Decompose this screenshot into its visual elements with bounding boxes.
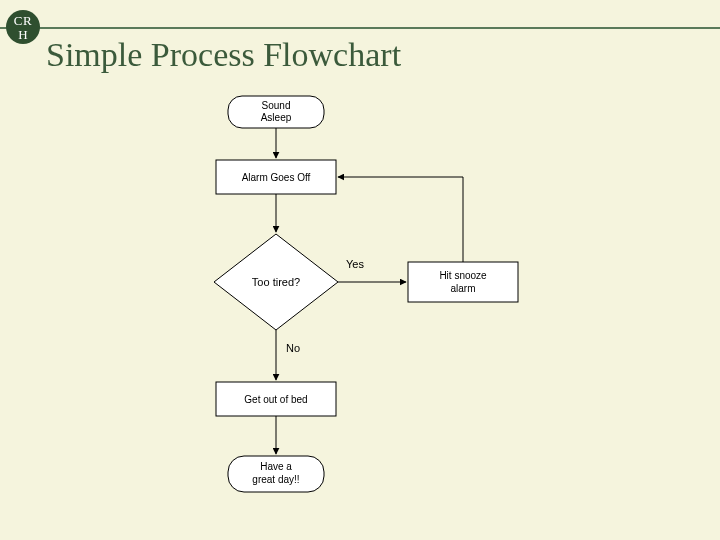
node-end-line2: great day!! [252,474,299,485]
node-end: Have a great day!! [228,456,324,492]
edge-label-no: No [286,342,300,354]
node-tired-label: Too tired? [252,276,300,288]
edge-label-yes: Yes [346,258,364,270]
edge-snooze-alarm [338,177,463,262]
node-snooze-line1: Hit snooze [439,270,487,281]
node-end-line1: Have a [260,461,292,472]
node-start-line2: Asleep [261,112,292,123]
svg-rect-3 [408,262,518,302]
node-snooze-line2: alarm [450,283,475,294]
node-getup: Get out of bed [216,382,336,416]
node-start: Sound Asleep [228,96,324,128]
node-snooze: Hit snooze alarm [408,262,518,302]
flowchart: Sound Asleep Alarm Goes Off Too tired? Y… [0,0,720,540]
node-getup-label: Get out of bed [244,394,307,405]
node-alarm-label: Alarm Goes Off [242,172,311,183]
node-tired: Too tired? [214,234,338,330]
node-alarm: Alarm Goes Off [216,160,336,194]
node-start-line1: Sound [262,100,291,111]
